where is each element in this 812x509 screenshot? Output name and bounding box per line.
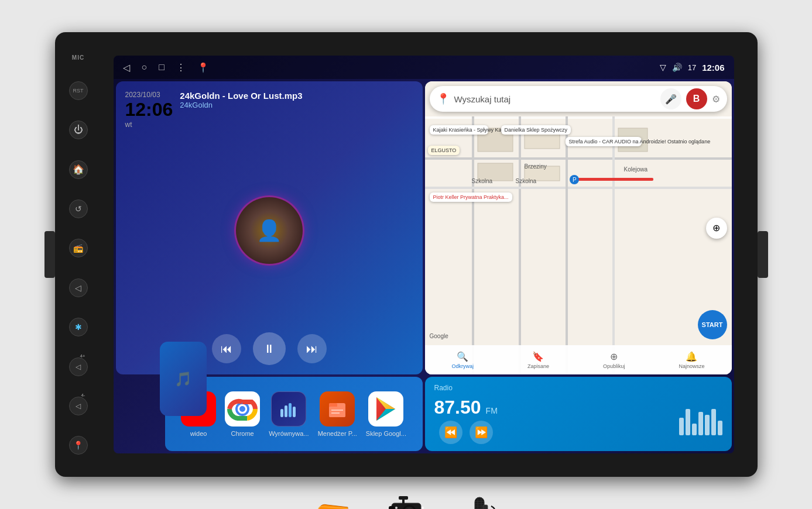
map-place-danielka: Danielka Sklep Spożywczy: [501, 125, 571, 135]
map-nav-updates[interactable]: 🔔 Najnowsze: [679, 351, 704, 369]
location-button[interactable]: 📍: [69, 436, 88, 455]
maps-nav-icon[interactable]: 📍: [197, 62, 209, 73]
svg-rect-7: [612, 116, 615, 374]
map-widget[interactable]: P 📍 Wyszukaj tutaj 🎤 B ⚙ Kajaki Krasieńk…: [425, 81, 732, 374]
start-button[interactable]: START: [698, 310, 727, 339]
svg-point-40: [395, 507, 398, 509]
map-nav-saved[interactable]: 🔖 Zapisane: [527, 351, 549, 369]
radio-controls: ⏪ ⏩: [434, 421, 498, 444]
map-label-kolejowa: Kolejowa: [624, 166, 648, 173]
app-video-label: wideo: [190, 430, 207, 437]
sound-icon: 🎵: [174, 371, 192, 387]
vol-down-button[interactable]: 4+ ◁: [69, 357, 88, 376]
eq-bar-7: [718, 421, 722, 435]
app-playstore-label: Sklep Googl...: [366, 430, 406, 437]
recents-nav-icon[interactable]: □: [159, 62, 165, 73]
map-avatar[interactable]: B: [686, 88, 707, 109]
contribute-icon: ⊕: [610, 351, 618, 362]
svg-rect-22: [285, 405, 287, 417]
home-nav-icon[interactable]: ○: [142, 62, 148, 73]
rst-label: RST: [73, 88, 84, 94]
map-search-text[interactable]: Wyszukaj tutaj: [454, 94, 656, 104]
app-equalizer[interactable]: Wyrównywa...: [269, 391, 309, 437]
map-place-keller: Piotr Keller Prywatna Praktyka...: [430, 192, 512, 202]
svg-rect-35: [389, 506, 395, 509]
sound-widget[interactable]: 🎵: [160, 342, 207, 416]
power-button[interactable]: ⏻: [69, 121, 88, 139]
contribute-label: Opublikuj: [603, 363, 625, 369]
eq-bar-6: [711, 409, 716, 435]
music-artist: 24kGoldn: [180, 101, 413, 109]
map-settings-button[interactable]: ⚙: [712, 94, 720, 105]
radio-band: FM: [486, 406, 498, 415]
svg-rect-1: [425, 116, 732, 119]
svg-rect-23: [289, 403, 292, 417]
menu-nav-icon[interactable]: ⋮: [176, 62, 186, 73]
playstore-icon: [368, 391, 403, 427]
discover-label: Odkrywaj: [451, 363, 474, 369]
radio-button[interactable]: 📻: [69, 239, 88, 257]
volume-icon: 🔊: [672, 63, 682, 72]
home-button[interactable]: 🏠: [69, 160, 88, 179]
left-bracket: [44, 231, 55, 278]
svg-rect-27: [329, 407, 345, 417]
svg-rect-8: [571, 178, 653, 181]
map-label-szkolna2: Szkolna: [516, 178, 537, 184]
play-pause-button[interactable]: ⏸: [253, 332, 286, 365]
svg-rect-21: [280, 409, 283, 417]
radio-next-button[interactable]: ⏩: [470, 421, 493, 444]
day-display: wt: [125, 121, 173, 129]
svg-text:P: P: [573, 177, 577, 183]
clock: 12:06: [702, 63, 724, 73]
bluetooth-button[interactable]: ✱: [69, 318, 88, 336]
left-panel: MIC RST ⏻ 🏠 ↺ 📻 ◁ ✱ 4+ ◁ 4- ◁ 📍: [55, 32, 102, 477]
eq-bar-1: [679, 418, 684, 435]
map-nav-contribute[interactable]: ⊕ Opublikuj: [603, 351, 625, 369]
car-head-unit: MIC RST ⏻ 🏠 ↺ 📻 ◁ ✱ 4+ ◁ 4- ◁ 📍 ◁ ○ □ ⋮ …: [55, 32, 758, 477]
vol-up-button[interactable]: 4- ◁: [69, 397, 88, 415]
svg-rect-4: [425, 157, 732, 160]
album-art-container: 👤: [125, 133, 413, 328]
google-maps-logo: 📍: [437, 92, 450, 105]
map-label-brzeziny: Brzeziny: [525, 163, 547, 170]
svg-point-20: [239, 406, 245, 412]
map-place-elgusto: ELGUSTO: [428, 146, 460, 155]
prev-button[interactable]: ⏮: [212, 334, 241, 363]
app-playstore[interactable]: Sklep Googl...: [366, 391, 406, 437]
svg-rect-3: [519, 116, 521, 374]
album-art: 👤: [234, 195, 304, 266]
rst-button[interactable]: RST: [69, 81, 88, 100]
map-bottom-nav: 🔍 Odkrywaj 🔖 Zapisane ⊕ Opublikuj 🔔 Najn…: [425, 345, 732, 374]
saved-icon: 🔖: [532, 351, 544, 362]
external-microphone: [462, 494, 497, 509]
backup-camera: [386, 494, 427, 509]
map-compass-button[interactable]: ⊕: [706, 218, 727, 239]
nav-left-button[interactable]: ◁: [69, 278, 88, 297]
saved-label: Zapisane: [527, 363, 549, 369]
music-widget: 2023/10/03 12:06 wt 24kGoldn - Love Or L…: [116, 81, 423, 374]
radio-widget: Radio 87.50 FM ⏪ ⏩: [425, 377, 732, 451]
app-chrome[interactable]: Chrome: [225, 391, 260, 437]
wifi-icon: ▽: [660, 63, 666, 72]
pry-tool: [316, 500, 351, 509]
app-files[interactable]: Menedżer P...: [318, 391, 357, 437]
bottom-left-section: 🎵 wideo: [116, 377, 423, 451]
time-display: 12:06: [125, 99, 173, 121]
next-button[interactable]: ⏭: [297, 334, 327, 363]
map-mic-button[interactable]: 🎤: [660, 88, 681, 109]
eq-bar-4: [698, 412, 703, 435]
eq-bar-2: [686, 409, 690, 435]
chrome-icon: [225, 391, 260, 427]
status-bar: ◁ ○ □ ⋮ 📍 ▽ 🔊 17 12:06: [114, 56, 734, 79]
map-nav-discover[interactable]: 🔍 Odkrywaj: [451, 351, 474, 369]
eq-bar-5: [705, 415, 710, 435]
back-nav-icon[interactable]: ◁: [123, 62, 130, 73]
radio-prev-button[interactable]: ⏪: [439, 421, 462, 444]
date-display: 2023/10/03: [125, 91, 173, 99]
map-search-bar[interactable]: 📍 Wyszukaj tutaj 🎤 B ⚙: [430, 86, 727, 112]
app-equalizer-label: Wyrównywa...: [269, 430, 309, 437]
svg-rect-5: [425, 187, 732, 189]
discover-icon: 🔍: [457, 351, 468, 362]
back-button[interactable]: ↺: [69, 200, 88, 218]
map-label-szkolna1: Szkolna: [472, 178, 493, 184]
